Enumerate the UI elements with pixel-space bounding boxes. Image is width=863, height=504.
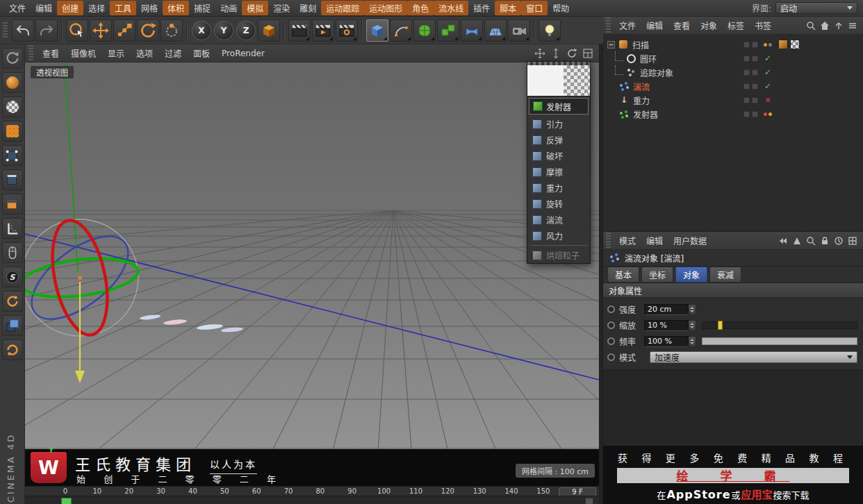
- view-label[interactable]: 透视视图: [31, 66, 74, 78]
- viewport-canvas[interactable]: 透视视图 Y W 王氏教育集团 以人为本 始 创 于 二 零 零 二 年 网格间…: [25, 62, 599, 486]
- object-row-sweep[interactable]: 扫描: [603, 37, 863, 51]
- menu-pipeline[interactable]: 流水线: [434, 1, 468, 15]
- last-used-tool[interactable]: [161, 19, 183, 42]
- redo-button[interactable]: [35, 19, 58, 42]
- object-row-emitter[interactable]: 发射器: [603, 107, 863, 121]
- om-search-button[interactable]: [805, 20, 816, 31]
- visibility-toggles[interactable]: [743, 83, 758, 90]
- tab-basic[interactable]: 基本: [607, 267, 639, 283]
- om-menu-view[interactable]: 查看: [668, 18, 695, 33]
- pm-item-deflector[interactable]: 反弹: [527, 132, 590, 148]
- frequency-slider[interactable]: [702, 337, 857, 345]
- add-environment-button[interactable]: [484, 19, 507, 42]
- strength-input[interactable]: 20 cm: [644, 304, 689, 315]
- y-axis-lock-button[interactable]: Y: [214, 21, 233, 40]
- object-state[interactable]: [762, 43, 774, 47]
- menu-help[interactable]: 帮助: [548, 1, 574, 15]
- pm-item-friction[interactable]: 摩擦: [527, 164, 590, 180]
- viewport-solo-button[interactable]: [2, 315, 23, 336]
- slider-handle[interactable]: [718, 321, 723, 330]
- om-home-button[interactable]: [819, 20, 830, 31]
- menu-animate[interactable]: 动画: [215, 1, 242, 15]
- menu-character[interactable]: 角色: [407, 1, 434, 15]
- visibility-toggles[interactable]: [743, 69, 758, 76]
- object-row-tracer[interactable]: 追踪对象: [603, 65, 863, 79]
- panel-splitter[interactable]: [599, 17, 603, 504]
- pm-item-destructor[interactable]: 破坏: [527, 148, 590, 164]
- playhead-handle[interactable]: [61, 498, 72, 504]
- am-lock-button[interactable]: [819, 235, 830, 246]
- render-settings-button[interactable]: [336, 19, 358, 42]
- rotate-view-button[interactable]: [566, 47, 578, 60]
- make-editable-button[interactable]: [2, 48, 23, 69]
- menu-mograph[interactable]: 运动图形: [364, 1, 407, 15]
- coordinate-system-button[interactable]: [258, 19, 280, 42]
- vp-menu-view[interactable]: 查看: [37, 46, 65, 60]
- add-modeling-button[interactable]: [437, 19, 459, 42]
- visibility-toggles[interactable]: [743, 42, 758, 48]
- menu-window[interactable]: 窗口: [521, 1, 548, 15]
- menu-edit[interactable]: 编辑: [31, 1, 57, 15]
- object-state[interactable]: [762, 112, 774, 116]
- render-view-button[interactable]: [288, 19, 311, 42]
- object-row-turbulence[interactable]: 湍流: [603, 79, 863, 93]
- polygons-mode-button[interactable]: [2, 194, 23, 215]
- rotate-tool[interactable]: [137, 19, 159, 42]
- pm-item-wind[interactable]: 风力: [527, 228, 590, 244]
- am-menu-userdata[interactable]: 用户数据: [668, 233, 712, 248]
- stepper-control[interactable]: [689, 320, 696, 331]
- axis-mode-button[interactable]: [2, 218, 23, 239]
- pan-view-button[interactable]: [534, 47, 546, 60]
- timeline-range-bar[interactable]: [25, 496, 599, 504]
- scale-slider[interactable]: [702, 321, 857, 329]
- pm-item-attractor[interactable]: 引力: [527, 116, 590, 132]
- add-generator-button[interactable]: [413, 19, 436, 42]
- texture-mode-button[interactable]: [2, 96, 23, 117]
- object-state[interactable]: [762, 96, 774, 105]
- vp-menu-panel[interactable]: 面板: [188, 46, 215, 60]
- move-tool[interactable]: [90, 19, 112, 42]
- snap-settings-button[interactable]: [2, 242, 23, 263]
- om-grip[interactable]: [606, 17, 611, 34]
- keyframe-radio[interactable]: [607, 321, 615, 329]
- model-mode-button[interactable]: [2, 72, 23, 93]
- keyframe-radio[interactable]: [607, 337, 615, 345]
- menu-sculpt[interactable]: 雕刻: [295, 1, 321, 15]
- mode-dropdown[interactable]: 加速度: [650, 351, 857, 363]
- vp-menu-options[interactable]: 选项: [131, 46, 158, 60]
- am-menu-mode[interactable]: 模式: [614, 233, 641, 248]
- live-selection-tool[interactable]: [66, 19, 88, 42]
- object-row-gravity[interactable]: 重力: [603, 93, 863, 107]
- toolbar-grip[interactable]: [3, 22, 8, 39]
- object-state[interactable]: [762, 53, 774, 63]
- promo-banner[interactable]: 绘 学 霸: [617, 468, 849, 483]
- object-row-circle[interactable]: 圆环: [603, 51, 863, 65]
- menu-script[interactable]: 脚本: [495, 1, 521, 15]
- menu-plugins[interactable]: 插件: [468, 1, 495, 15]
- visibility-toggles[interactable]: [743, 97, 758, 103]
- object-state[interactable]: [762, 67, 774, 77]
- add-light-button[interactable]: [539, 19, 561, 42]
- am-menu-edit[interactable]: 编辑: [641, 233, 668, 248]
- menu-file[interactable]: 文件: [4, 1, 31, 15]
- scale-input[interactable]: 10 %: [644, 320, 689, 331]
- om-menu-tags[interactable]: 标签: [723, 18, 749, 33]
- timeline-ruler[interactable]: 0 10 20 30 40 50 60 70 80 90 100 110 120…: [25, 486, 599, 496]
- pm-item-emitter[interactable]: 发射器: [529, 98, 589, 115]
- am-cone-button[interactable]: [791, 235, 803, 246]
- points-mode-button[interactable]: [2, 145, 23, 166]
- tab-coordinates[interactable]: 坐标: [641, 267, 673, 283]
- visibility-toggles[interactable]: [743, 56, 758, 62]
- am-grip[interactable]: [606, 233, 611, 249]
- am-layout-button[interactable]: [847, 235, 858, 246]
- pm-item-turbulence[interactable]: 湍流: [527, 212, 590, 228]
- x-axis-lock-button[interactable]: X: [192, 21, 211, 40]
- vp-menu-cameras[interactable]: 摄像机: [65, 46, 101, 60]
- object-properties-header[interactable]: 对象属性: [603, 283, 863, 298]
- frequency-input[interactable]: 100 %: [644, 336, 689, 347]
- tab-falloff[interactable]: 衰减: [709, 267, 741, 283]
- tab-object[interactable]: 对象: [675, 267, 707, 283]
- om-menu-objects[interactable]: 对象: [696, 18, 722, 33]
- viewport-scene[interactable]: [25, 62, 599, 486]
- collapse-expander[interactable]: [607, 41, 615, 49]
